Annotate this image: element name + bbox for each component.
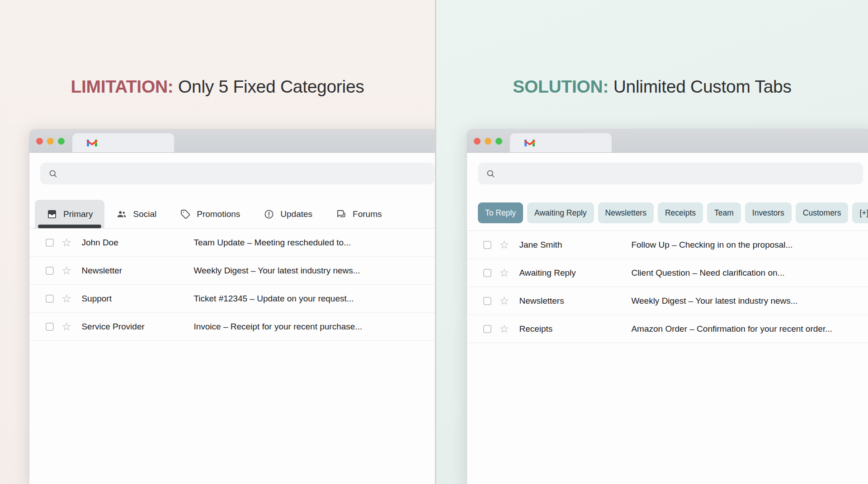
alert-circle-icon (264, 209, 274, 220)
email-sender: Newsletter (81, 266, 193, 276)
search-input[interactable] (478, 163, 863, 184)
star-icon[interactable]: ☆ (499, 267, 509, 278)
email-sender: Receipts (519, 324, 631, 334)
limitation-title: LIMITATION: Only 5 Fixed Categories (0, 77, 435, 97)
tab-promotions[interactable]: Promotions (168, 200, 252, 228)
select-checkbox[interactable] (46, 295, 54, 303)
search-input[interactable] (40, 163, 434, 184)
custom-tab-bar: To Reply Awaiting Reply Newsletters Rece… (467, 202, 868, 231)
email-row[interactable]: ☆ Support Ticket #12345 – Update on your… (29, 285, 435, 313)
limitation-title-rest: Only 5 Fixed Categories (178, 77, 364, 96)
email-row[interactable]: ☆ Jane Smith Follow Up – Checking in on … (467, 231, 868, 259)
tag-icon (180, 209, 191, 220)
tab-forums[interactable]: Forums (324, 200, 393, 228)
limitation-title-accent: LIMITATION: (71, 77, 173, 96)
email-subject: Ticket #12345 – Update on your request..… (193, 294, 354, 304)
solution-panel: SOLUTION: Unlimited Custom Tabs (436, 0, 868, 484)
gmail-window-limitation: Primary Social (29, 129, 435, 484)
email-subject: Team Update – Meeting rescheduled to... (193, 238, 350, 248)
email-row[interactable]: ☆ John Doe Team Update – Meeting resched… (29, 229, 435, 257)
select-checkbox[interactable] (46, 239, 54, 247)
browser-tab[interactable] (72, 133, 174, 152)
minimize-button[interactable] (485, 138, 491, 145)
star-icon[interactable]: ☆ (499, 239, 509, 250)
tab-label: Forums (353, 209, 382, 219)
tab-label: Primary (63, 209, 93, 219)
close-button[interactable] (36, 138, 43, 145)
comparison-canvas: LIMITATION: Only 5 Fixed Categories (0, 0, 868, 484)
window-titlebar (467, 129, 868, 153)
custom-tab-customers[interactable]: Customers (796, 202, 849, 223)
email-list: ☆ John Doe Team Update – Meeting resched… (29, 229, 435, 341)
solution-title-rest: Unlimited Custom Tabs (613, 77, 792, 96)
email-list: ☆ Jane Smith Follow Up – Checking in on … (467, 231, 868, 343)
limitation-panel: LIMITATION: Only 5 Fixed Categories (0, 0, 435, 484)
window-titlebar (29, 129, 435, 153)
star-icon[interactable]: ☆ (61, 321, 71, 332)
tab-label: Social (133, 209, 156, 219)
select-checkbox[interactable] (483, 269, 491, 277)
traffic-lights (36, 138, 65, 145)
chat-bubbles-icon (336, 209, 347, 220)
tab-label: Promotions (197, 209, 240, 219)
custom-tab-team[interactable]: Team (707, 202, 741, 223)
custom-tab-awaiting-reply[interactable]: Awaiting Reply (527, 202, 594, 223)
select-checkbox[interactable] (46, 323, 54, 331)
tab-social[interactable]: Social (104, 200, 168, 228)
select-checkbox[interactable] (46, 267, 54, 275)
gmail-logo-icon (86, 138, 98, 147)
email-subject: Amazon Order – Confirmation for your rec… (631, 324, 832, 334)
solution-title: SOLUTION: Unlimited Custom Tabs (436, 77, 868, 97)
star-icon[interactable]: ☆ (61, 265, 71, 276)
email-row[interactable]: ☆ Newsletters Weekly Digest – Your lates… (467, 287, 868, 315)
zoom-button[interactable] (495, 138, 502, 145)
select-checkbox[interactable] (483, 241, 491, 249)
email-subject: Client Question – Need clarification on.… (631, 268, 784, 278)
star-icon[interactable]: ☆ (61, 293, 71, 304)
close-button[interactable] (474, 138, 481, 145)
email-sender: Support (81, 294, 193, 304)
email-row[interactable]: ☆ Receipts Amazon Order – Confirmation f… (467, 315, 868, 343)
email-subject: Invoice – Receipt for your recent purcha… (193, 322, 362, 332)
traffic-lights (474, 138, 502, 145)
star-icon[interactable]: ☆ (61, 237, 71, 248)
inbox-icon (47, 209, 57, 220)
email-subject: Follow Up – Checking in on the proposal.… (631, 240, 793, 250)
email-subject: Weekly Digest – Your latest industry new… (193, 266, 360, 276)
tab-primary[interactable]: Primary (35, 200, 104, 228)
email-sender: Awaiting Reply (519, 268, 631, 278)
minimize-button[interactable] (47, 138, 54, 145)
custom-tab-investors[interactable]: Investors (745, 202, 792, 223)
email-row[interactable]: ☆ Awaiting Reply Client Question – Need … (467, 259, 868, 287)
star-icon[interactable]: ☆ (499, 295, 509, 306)
zoom-button[interactable] (58, 138, 65, 145)
custom-tab-receipts[interactable]: Receipts (658, 202, 703, 223)
category-tab-bar: Primary Social (29, 200, 435, 229)
gmail-window-solution: To Reply Awaiting Reply Newsletters Rece… (467, 129, 868, 484)
browser-tab[interactable] (510, 133, 612, 152)
email-subject: Weekly Digest – Your latest industry new… (631, 296, 797, 306)
email-sender: Service Provider (81, 322, 193, 332)
gmail-logo-icon (524, 138, 536, 147)
custom-tab-to-reply[interactable]: To Reply (478, 202, 523, 223)
search-icon (486, 169, 495, 179)
email-row[interactable]: ☆ Newsletter Weekly Digest – Your latest… (29, 257, 435, 285)
email-sender: Newsletters (519, 296, 631, 306)
select-checkbox[interactable] (483, 297, 491, 305)
star-icon[interactable]: ☆ (499, 323, 509, 334)
tab-updates[interactable]: Updates (252, 200, 324, 228)
add-custom-tab-button[interactable]: [+] (852, 202, 868, 223)
email-sender: John Doe (81, 238, 193, 248)
search-icon (48, 169, 58, 179)
email-sender: Jane Smith (519, 240, 631, 250)
solution-title-accent: SOLUTION: (513, 77, 609, 96)
email-row[interactable]: ☆ Service Provider Invoice – Receipt for… (29, 313, 435, 341)
people-icon (116, 209, 127, 220)
custom-tab-newsletters[interactable]: Newsletters (598, 202, 654, 223)
tab-label: Updates (280, 209, 312, 219)
select-checkbox[interactable] (483, 325, 491, 333)
